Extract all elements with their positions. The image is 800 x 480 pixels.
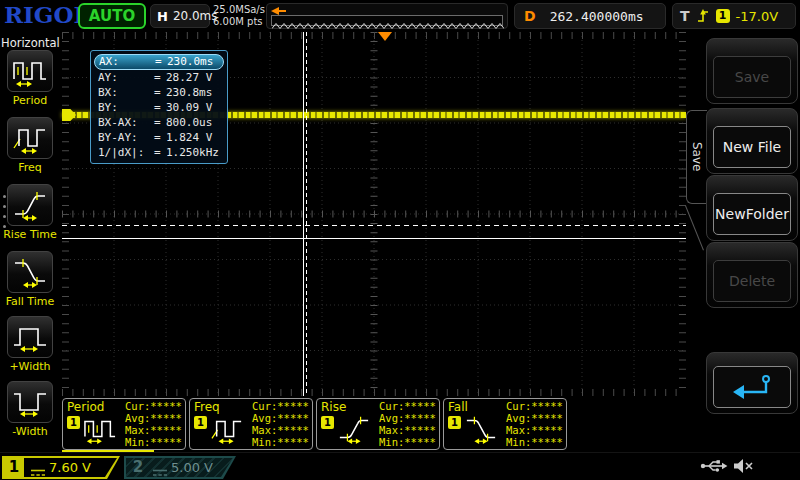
measurement-panel-period[interactable]: Period1Cur:*****Avg:*****Max:*****Min:**…: [62, 398, 186, 450]
period-icon: [10, 54, 50, 88]
preview-waveform: [271, 15, 503, 26]
trigger-source-badge: 1: [716, 9, 730, 23]
fall-icon: [10, 255, 50, 289]
rigol-logo: RIGOL: [4, 1, 90, 28]
measurement-panel-fall[interactable]: Fall1Cur:*****Avg:*****Max:*****Min:****…: [443, 398, 567, 450]
cursor-row-bxax: BX-AX:=800.0us: [94, 115, 224, 130]
measurement-channel-badge: 1: [67, 416, 80, 429]
menu-button-delete[interactable]: Delete: [713, 260, 791, 302]
cursor-row-label: BX:: [98, 85, 154, 100]
measurement-name: Fall: [448, 400, 468, 414]
measurement-row: Period1Cur:*****Avg:*****Max:*****Min:**…: [62, 398, 570, 452]
cursor-a-horizontal-line[interactable]: [62, 225, 686, 226]
period-icon: [82, 413, 118, 445]
graticule: AX:=230.0msAY:=28.27 VBX:=230.8msBY:=30.…: [62, 32, 686, 396]
measurement-name: Rise: [321, 400, 346, 414]
channel-number: 1: [4, 458, 24, 477]
softkey-menu: Save SaveNew FileNewFolderDelete: [686, 32, 800, 452]
sidebar-item-label: Period: [0, 94, 60, 107]
menu-button-back[interactable]: [713, 366, 791, 408]
measurement-channel-badge: 1: [321, 416, 334, 429]
measurement-channel-badge: 1: [448, 416, 461, 429]
menu-tab-divider: [685, 206, 704, 251]
measurement-panel-rise[interactable]: Rise1Cur:*****Avg:*****Max:*****Min:****…: [316, 398, 440, 450]
horizontal-scale-box[interactable]: H 20.0ms: [150, 4, 210, 28]
cursor-a-vertical-line[interactable]: [303, 32, 304, 396]
cursor-row-dx: 1/|dX|:=1.250kHz: [94, 145, 224, 160]
cursor-b-horizontal-line[interactable]: [62, 238, 686, 239]
cursor-row-value: 230.8ms: [166, 85, 220, 100]
acquisition-info: 25.0MSa/s 6.00M pts: [213, 4, 265, 28]
sidebar-item-period[interactable]: [7, 50, 53, 92]
channel-scale-value: 5.00 V: [171, 460, 213, 475]
pwidth-icon: [10, 320, 50, 354]
dc-coupling-icon: [30, 467, 46, 478]
trigger-level-value: -17.0V: [736, 9, 779, 24]
scroll-indicator-dot: [3, 215, 6, 218]
menu-button-save[interactable]: Save: [713, 56, 791, 98]
memory-depth: 6.00M pts: [213, 16, 265, 28]
delay-value: 262.400000ms: [550, 9, 644, 24]
softkey-slot: New File: [706, 108, 798, 174]
bottom-status-bar: 17.60 V25.00 V: [0, 452, 800, 480]
run-state-indicator[interactable]: AUTO: [78, 3, 146, 29]
trigger-readout-box[interactable]: T 1 -17.0V: [672, 3, 796, 29]
scroll-indicator-dot: [3, 205, 6, 208]
cursor-row-label: BY-AY:: [98, 130, 154, 145]
cursor-row-value: 30.09 V: [166, 100, 220, 115]
cursor-row-byay: BY-AY:=1.824 V: [94, 130, 224, 145]
cursor-row-value: 28.27 V: [166, 70, 220, 85]
menu-button-newfolder[interactable]: NewFolder: [713, 193, 791, 235]
sidebar-item--width[interactable]: [7, 316, 53, 358]
sidebar-item-label: +Width: [0, 360, 60, 373]
cursor-b-vertical-line[interactable]: [306, 32, 307, 396]
channel-2-status[interactable]: 25.00 V: [124, 456, 236, 479]
delay-label: D: [524, 8, 536, 24]
scroll-indicator-dot: [3, 195, 6, 198]
sidebar-item-rise-time[interactable]: [7, 184, 53, 226]
freq-icon: [209, 413, 245, 445]
cursor-row-label: BX-AX:: [98, 115, 154, 130]
measurement-stats: Cur:*****Avg:*****Max:*****Min:*****: [125, 400, 182, 448]
channel-number: 2: [128, 458, 148, 477]
softkey-slot: Save: [706, 38, 798, 104]
sidebar-item-freq[interactable]: [7, 117, 53, 159]
freq-icon: [10, 121, 50, 155]
cursor-row-label: AX:: [99, 55, 155, 69]
oscilloscope-screen: RIGOL AUTO H 20.0ms 25.0MSa/s 6.00M pts …: [0, 0, 800, 480]
return-arrow-icon: [730, 373, 774, 401]
sidebar-item--width[interactable]: [7, 381, 53, 423]
measurement-panel-freq[interactable]: Freq1Cur:*****Avg:*****Max:*****Min:****…: [189, 398, 313, 450]
sample-rate: 25.0MSa/s: [213, 4, 265, 16]
cursor-row-value: 1.250kHz: [166, 145, 220, 160]
top-status-bar: RIGOL AUTO H 20.0ms 25.0MSa/s 6.00M pts …: [0, 0, 800, 32]
delay-readout-box[interactable]: D 262.400000ms: [514, 3, 666, 29]
nwidth-icon: [10, 385, 50, 419]
cursor-row-label: BY:: [98, 100, 154, 115]
trigger-position-arrow-icon: [271, 7, 287, 15]
cursor-row-bx: BX:=230.8ms: [94, 85, 224, 100]
sidebar-item-label: Rise Time: [0, 228, 60, 241]
cursor-row-value: 800.0us: [166, 115, 220, 130]
cursor-row-ax: AX:=230.0ms: [94, 54, 224, 70]
channel-1-status[interactable]: 17.60 V: [2, 456, 120, 479]
cursor-row-value: 230.0ms: [167, 55, 219, 69]
edge-trigger-icon: [696, 8, 710, 24]
measurement-name: Freq: [194, 400, 220, 414]
cursor-row-ay: AY:=28.27 V: [94, 70, 224, 85]
waveform-overview-strip[interactable]: [266, 3, 508, 29]
sidebar-item-fall-time[interactable]: [7, 251, 53, 293]
cursor-readout-box: AX:=230.0msAY:=28.27 VBX:=230.8msBY:=30.…: [90, 50, 228, 164]
horizontal-label: H: [157, 9, 168, 24]
trigger-label: T: [680, 8, 690, 24]
speaker-mute-icon: [732, 457, 754, 475]
trigger-position-marker[interactable]: [378, 32, 392, 41]
menu-tab-save: Save: [686, 110, 707, 204]
menu-button-new-file[interactable]: New File: [713, 126, 791, 168]
sidebar-item-label: -Width: [0, 425, 60, 438]
cursor-row-label: 1/|dX|:: [98, 145, 154, 160]
rise-icon: [10, 188, 50, 222]
scroll-indicator-dot: [3, 225, 6, 228]
measurement-channel-badge: 1: [194, 416, 207, 429]
dc-coupling-icon: [152, 467, 168, 478]
